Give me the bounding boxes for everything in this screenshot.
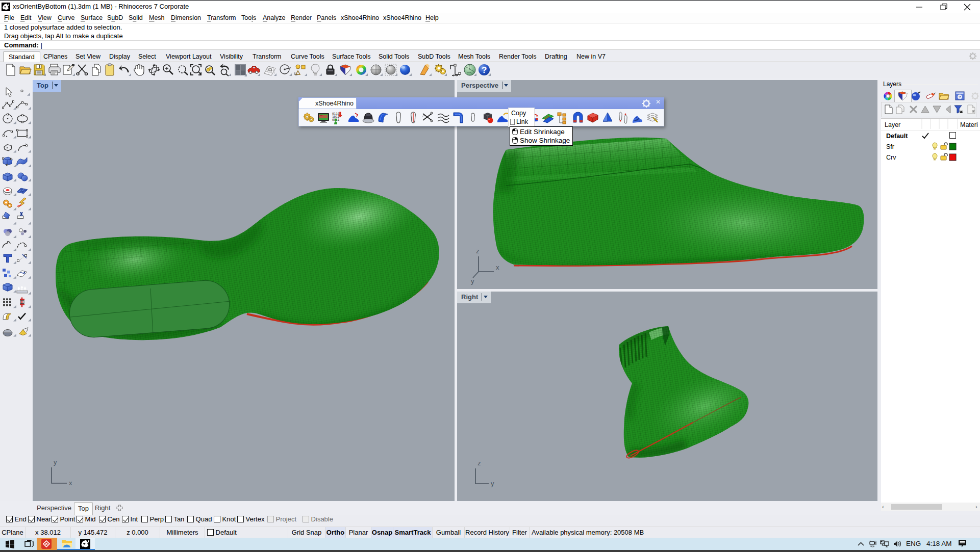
svg-text:y: y	[471, 277, 474, 285]
svg-text:?: ?	[482, 65, 487, 75]
svg-text:x: x	[69, 479, 72, 487]
svg-text:y: y	[54, 458, 57, 466]
svg-text:?: ?	[959, 95, 961, 99]
svg-text:x: x	[496, 264, 499, 271]
svg-text:z: z	[476, 247, 480, 255]
svg-text:y: y	[491, 480, 494, 487]
svg-text:z: z	[478, 459, 481, 467]
